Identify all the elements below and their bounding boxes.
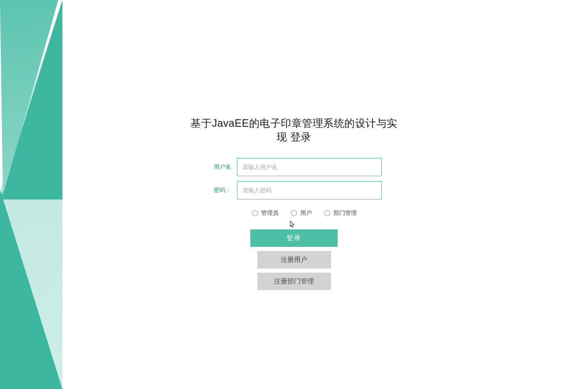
cursor-pointer-icon [288,220,296,231]
username-row: 用户名 [186,158,402,176]
radio-label-dept: 部门管理 [334,209,357,217]
role-radio-user[interactable]: 用户 [291,209,312,217]
radio-icon [324,210,330,216]
username-label: 用户名 [206,163,231,171]
password-input[interactable] [237,181,382,199]
login-button[interactable]: 登录 [250,229,338,247]
password-label: 密码： [206,187,231,194]
page-title: 基于JavaEE的电子印章管理系统的设计与实现 登录 [186,116,402,144]
role-radio-admin[interactable]: 管理员 [252,209,279,217]
password-row: 密码： [186,181,402,199]
radio-icon [252,210,258,216]
register-user-button[interactable]: 注册用户 [257,251,331,268]
decorative-background [0,0,83,389]
register-dept-button[interactable]: 注册部门管理 [257,273,331,290]
bg-triangle-bottom [0,190,62,389]
login-form-container: 基于JavaEE的电子印章管理系统的设计与实现 登录 用户名 密码： 管理员 用… [186,116,402,294]
role-radio-group: 管理员 用户 部门管理 [186,209,402,217]
radio-icon [291,210,297,216]
radio-label-admin: 管理员 [261,209,279,217]
radio-label-user: 用户 [300,209,312,217]
role-radio-dept[interactable]: 部门管理 [324,209,357,217]
username-input[interactable] [237,158,382,176]
